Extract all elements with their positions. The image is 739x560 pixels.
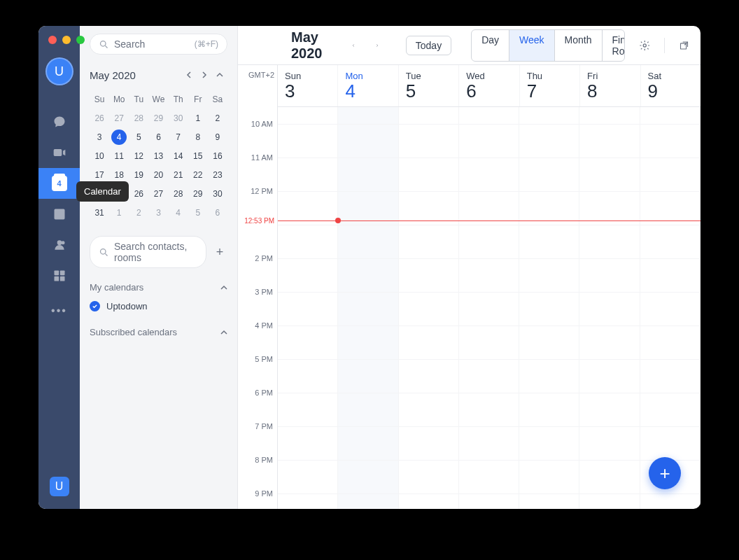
mini-day[interactable]: 27 — [148, 184, 168, 203]
mini-day[interactable]: 7 — [169, 127, 188, 146]
mini-day[interactable]: 23 — [208, 165, 227, 184]
mini-day[interactable]: 28 — [129, 108, 148, 127]
mini-day[interactable]: 2 — [129, 203, 148, 222]
mini-day[interactable]: 10 — [90, 146, 109, 165]
popout-button[interactable] — [679, 38, 689, 52]
today-button[interactable]: Today — [406, 36, 451, 55]
day-of-week: Sat — [648, 71, 694, 81]
day-column[interactable] — [459, 107, 519, 509]
mini-day[interactable]: 19 — [129, 165, 148, 184]
mini-calendar-title: May 2020 — [90, 69, 181, 81]
day-column[interactable] — [338, 107, 398, 509]
mini-day[interactable]: 9 — [208, 127, 227, 146]
svg-rect-1 — [59, 271, 64, 276]
mini-day[interactable]: 28 — [169, 184, 188, 203]
hour-label: 3 PM — [255, 288, 273, 296]
day-header[interactable]: Tue5 — [399, 65, 459, 106]
day-column[interactable] — [399, 107, 459, 509]
day-column[interactable] — [519, 107, 579, 509]
maximize-window-button[interactable] — [76, 36, 85, 44]
mini-dow: We — [148, 90, 168, 108]
mini-day[interactable]: 13 — [148, 146, 168, 165]
chevron-right-icon — [201, 71, 208, 78]
calendar-grid[interactable] — [278, 107, 701, 509]
mini-day[interactable]: 27 — [109, 108, 129, 127]
mini-day[interactable]: 6 — [208, 203, 227, 222]
mini-next-button[interactable] — [197, 67, 212, 83]
nav-bottom-avatar[interactable]: U — [50, 477, 69, 496]
prev-period-button[interactable] — [345, 34, 362, 57]
mini-day[interactable]: 16 — [208, 146, 227, 165]
mini-day[interactable]: 29 — [148, 108, 168, 127]
view-day[interactable]: Day — [472, 30, 509, 61]
mini-day[interactable]: 2 — [208, 108, 227, 127]
nav-apps[interactable] — [38, 260, 80, 291]
mini-day[interactable]: 11 — [109, 146, 129, 165]
view-find-rooms[interactable]: Find Rooms — [603, 30, 625, 61]
svg-point-8 — [643, 43, 646, 46]
mini-day[interactable]: 21 — [169, 165, 188, 184]
mini-day[interactable]: 5 — [188, 203, 208, 222]
day-header[interactable]: Sat9 — [641, 65, 701, 106]
mini-collapse-button[interactable] — [212, 67, 227, 83]
minimize-window-button[interactable] — [62, 36, 71, 44]
search-icon — [99, 247, 109, 258]
mini-day[interactable]: 22 — [188, 165, 208, 184]
contacts-search[interactable]: Search contacts, rooms — [90, 236, 206, 268]
mini-day[interactable]: 6 — [148, 127, 168, 146]
next-period-button[interactable] — [369, 34, 386, 57]
mini-day[interactable]: 1 — [109, 203, 129, 222]
mini-day[interactable]: 8 — [188, 127, 208, 146]
nav-contacts[interactable] — [38, 230, 80, 260]
day-of-week: Sun — [285, 71, 330, 81]
view-month[interactable]: Month — [555, 30, 603, 61]
mini-day[interactable]: 3 — [90, 127, 109, 146]
settings-button[interactable] — [639, 38, 651, 53]
hour-label: 5 PM — [255, 355, 273, 363]
mini-day[interactable]: 3 — [148, 203, 168, 222]
day-column[interactable] — [579, 107, 640, 509]
global-search[interactable]: Search (⌘+F) — [90, 34, 227, 55]
day-header[interactable]: Mon4 — [338, 65, 398, 106]
avatar[interactable]: U — [45, 57, 73, 85]
mini-day[interactable]: 26 — [129, 184, 148, 203]
mini-day[interactable]: 4 — [169, 203, 188, 222]
day-number: 6 — [466, 81, 512, 102]
nav-notes[interactable] — [38, 199, 80, 230]
chat-icon — [52, 115, 66, 129]
mini-day[interactable]: 30 — [208, 184, 227, 203]
hour-label: 11 AM — [251, 153, 273, 162]
mini-day[interactable]: 14 — [169, 146, 188, 165]
day-headers: Sun3Mon4Tue5Wed6Thu7Fri8Sat9 — [278, 65, 701, 107]
nav-video[interactable] — [38, 137, 80, 168]
mini-day[interactable]: 12 — [129, 146, 148, 165]
day-header[interactable]: Fri8 — [580, 65, 640, 106]
my-calendars-section[interactable]: My calendars — [90, 278, 227, 297]
hour-label: 9 PM — [255, 489, 273, 498]
day-header[interactable]: Thu7 — [520, 65, 580, 106]
create-event-fab[interactable]: + — [649, 457, 681, 489]
mini-day[interactable]: 30 — [169, 108, 188, 127]
mini-day[interactable]: 20 — [148, 165, 168, 184]
day-column[interactable] — [278, 107, 338, 509]
mini-day[interactable]: 5 — [129, 127, 148, 146]
nav-chat[interactable] — [38, 106, 80, 137]
view-week[interactable]: Week — [509, 30, 555, 61]
mini-prev-button[interactable] — [181, 67, 197, 83]
day-of-week: Thu — [527, 71, 572, 81]
close-window-button[interactable] — [48, 36, 57, 44]
mini-day[interactable]: 15 — [188, 146, 208, 165]
add-calendar-button[interactable]: + — [212, 244, 227, 260]
mini-day[interactable]: 26 — [90, 108, 109, 127]
day-column[interactable] — [640, 107, 701, 509]
mini-day[interactable]: 1 — [188, 108, 208, 127]
day-header[interactable]: Sun3 — [278, 65, 338, 106]
mini-day[interactable]: 29 — [188, 184, 208, 203]
nav-calendar[interactable]: 4 — [38, 168, 80, 199]
day-header[interactable]: Wed6 — [459, 65, 519, 106]
subscribed-calendars-section[interactable]: Subscribed calendars — [90, 323, 227, 342]
mini-day[interactable]: 4 — [109, 127, 129, 146]
nav-more[interactable]: ••• — [38, 295, 80, 326]
mini-day[interactable]: 31 — [90, 203, 109, 222]
calendar-item[interactable]: Uptodown — [90, 297, 227, 316]
